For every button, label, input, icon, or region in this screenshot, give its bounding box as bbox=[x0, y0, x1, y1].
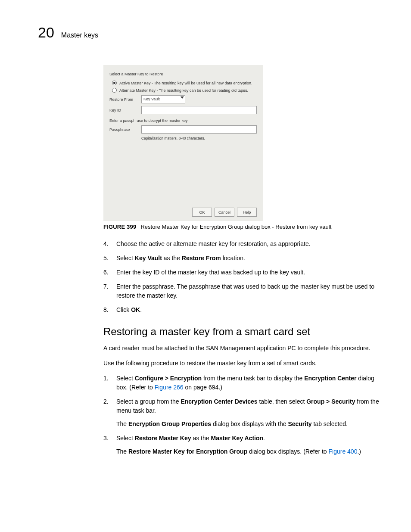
ok-button[interactable]: OK bbox=[192, 208, 212, 217]
radio-label: Alternate Master Key - The resulting key… bbox=[119, 88, 248, 93]
step-text: Select Key Vault as the Restore From loc… bbox=[116, 254, 245, 263]
restore-master-key-dialog-figure: Select a Master Key to Restore Active Ma… bbox=[103, 65, 263, 221]
step-number: 6. bbox=[103, 268, 111, 277]
select-value: Key Vault bbox=[142, 97, 160, 101]
step-text: Select Configure > Encryption from the m… bbox=[116, 374, 381, 392]
step-number: 5. bbox=[103, 254, 111, 263]
key-id-input[interactable] bbox=[141, 106, 257, 114]
radio-selected-icon bbox=[112, 81, 117, 85]
step-text: Select a group from the Encryption Cente… bbox=[116, 397, 381, 415]
step-text: Choose the active or alternate master ke… bbox=[116, 240, 311, 249]
step-text: Click OK. bbox=[116, 305, 142, 314]
radio-unselected-icon bbox=[112, 88, 117, 93]
page-header: 20 Master keys bbox=[38, 24, 381, 41]
step-number: 7. bbox=[103, 282, 111, 300]
step-3: 3. Select Restore Master Key as the Mast… bbox=[103, 434, 381, 456]
step-5: 5. Select Key Vault as the Restore From … bbox=[103, 254, 381, 263]
steps-list-a: 4. Choose the active or alternate master… bbox=[103, 240, 381, 314]
step-number: 2. bbox=[103, 397, 111, 429]
passphrase-input[interactable] bbox=[141, 125, 257, 134]
step-2: 2. Select a group from the Encryption Ce… bbox=[103, 397, 381, 429]
figure-caption: FIGURE 399Restore Master Key for Encrypt… bbox=[103, 224, 381, 230]
step-6: 6. Enter the key ID of the master key th… bbox=[103, 268, 381, 277]
restore-from-select[interactable]: Key Vault bbox=[141, 95, 185, 103]
figure-link[interactable]: Figure 400 bbox=[329, 448, 358, 455]
step-number: 1. bbox=[103, 374, 111, 392]
paragraph: A card reader must be attached to the SA… bbox=[103, 344, 381, 353]
radio-label: Active Master Key - The resulting key wi… bbox=[119, 81, 252, 85]
chevron-down-icon bbox=[181, 96, 184, 99]
step-text: Select Restore Master Key as the Master … bbox=[116, 434, 361, 443]
step-number: 4. bbox=[103, 240, 111, 249]
figure-number: FIGURE 399 bbox=[103, 224, 136, 230]
key-id-label: Key ID bbox=[109, 108, 141, 112]
restore-from-label: Restore From bbox=[109, 97, 141, 102]
step-text: Enter the passphrase. The passphrase tha… bbox=[116, 282, 381, 300]
steps-list-b: 1. Select Configure > Encryption from th… bbox=[103, 374, 381, 456]
cancel-button[interactable]: Cancel bbox=[215, 208, 234, 217]
dialog-title: Select a Master Key to Restore bbox=[109, 72, 257, 76]
figure-link[interactable]: Figure 266 bbox=[155, 384, 184, 391]
section-title: Master keys bbox=[61, 31, 98, 39]
step-subtext: The Encryption Group Properties dialog b… bbox=[116, 420, 381, 429]
step-7: 7. Enter the passphrase. The passphrase … bbox=[103, 282, 381, 300]
help-button[interactable]: Help bbox=[237, 208, 257, 217]
step-text: Enter the key ID of the master key that … bbox=[116, 268, 305, 277]
alternate-master-key-radio[interactable]: Alternate Master Key - The resulting key… bbox=[112, 88, 257, 93]
passphrase-label: Passphrase bbox=[109, 128, 141, 132]
chapter-number: 20 bbox=[38, 24, 54, 41]
active-master-key-radio[interactable]: Active Master Key - The resulting key wi… bbox=[112, 81, 257, 85]
step-subtext: The Restore Master Key for Encryption Gr… bbox=[116, 447, 361, 456]
step-body: Select a group from the Encryption Cente… bbox=[116, 397, 381, 429]
paragraph: Use the following procedure to restore t… bbox=[103, 359, 381, 368]
figure-text: Restore Master Key for Encryption Group … bbox=[140, 224, 331, 230]
step-8: 8. Click OK. bbox=[103, 305, 381, 314]
step-1: 1. Select Configure > Encryption from th… bbox=[103, 374, 381, 392]
passphrase-hint: Capitalization matters. 8-40 characters. bbox=[141, 136, 257, 140]
section-heading: Restoring a master key from a smart card… bbox=[103, 326, 381, 338]
step-body: Select Restore Master Key as the Master … bbox=[116, 434, 361, 456]
step-number: 8. bbox=[103, 305, 111, 314]
passphrase-intro: Enter a passphrase to decrypt the master… bbox=[109, 118, 257, 123]
step-number: 3. bbox=[103, 434, 111, 456]
step-4: 4. Choose the active or alternate master… bbox=[103, 240, 381, 249]
